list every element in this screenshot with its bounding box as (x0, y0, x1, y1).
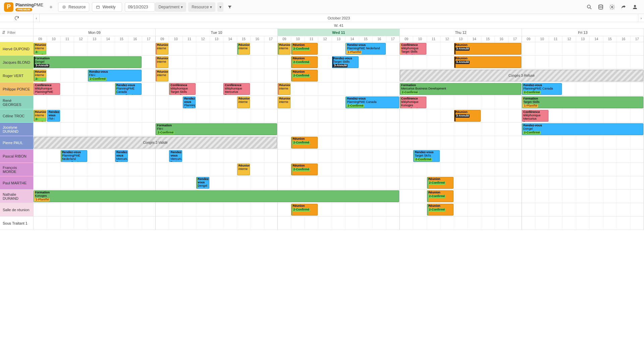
add-button[interactable] (47, 2, 55, 12)
event-block[interactable]: Rendez-vousFM-i2-Confirmé (88, 70, 142, 81)
event-block[interactable]: Réunion2-Confirmé (291, 164, 318, 175)
resource-label[interactable]: René GEORGES (0, 96, 34, 109)
event-block[interactable]: Réunion2-Confirmé (291, 204, 318, 216)
event-block[interactable]: Rendez-vousFM-i (47, 110, 60, 122)
hour-header: 14 (101, 36, 115, 42)
event-layer: Congés 2-ValidéRéunion2-Confirmé (34, 136, 644, 149)
event-block[interactable]: Réunioninterne (156, 70, 168, 81)
resource-label[interactable]: Salle de réunion (0, 203, 34, 216)
chevron-left-icon: ‹ (36, 16, 37, 20)
resource-label[interactable]: Hervé DUPOND (0, 42, 34, 55)
event-block[interactable]: Réunioninterne (237, 164, 250, 175)
event-block[interactable]: Conférencetéléphonique Mercurius Busines… (522, 110, 548, 122)
event-block[interactable]: Rendez-vousPlanningPME Canada2-Confirmé (522, 83, 562, 95)
event-block[interactable]: Réunion2-Confirmé (291, 70, 318, 81)
event-block[interactable]: Rendez-vousTarget Skills2-Confirmé (413, 150, 440, 162)
prev-period-button[interactable]: ‹ (34, 14, 40, 22)
hour-header: 12 (440, 36, 454, 42)
hour-header: 09 (522, 36, 535, 42)
search-button[interactable] (584, 2, 594, 12)
resource-label[interactable]: Philippe PONCE (0, 82, 34, 96)
resource-label[interactable]: Céline TROC (0, 109, 34, 122)
resource-row: Philippe PONCEConférencetéléphonique Pla… (0, 82, 644, 96)
event-block[interactable]: Réunioninterne (156, 43, 168, 55)
event-block[interactable]: FormationDengel3-Annulé (34, 56, 142, 68)
resource-filter-chip[interactable]: Resource ▾ (188, 2, 215, 12)
resource-filter-label: Resource (192, 5, 209, 9)
event-block[interactable]: Réunion3-Annulé (454, 56, 521, 68)
event-block[interactable]: Conférencetéléphonique Konoges2-Confirmé (400, 97, 426, 108)
resource-label[interactable]: Pascal RIBON (0, 149, 34, 163)
date-input[interactable] (125, 2, 155, 12)
sort-icon[interactable]: ⇵ (2, 30, 5, 35)
event-block[interactable]: Réunioninterne (237, 43, 250, 55)
view-dropdown-label: Weekly (102, 5, 115, 9)
resource-filter-input[interactable] (7, 31, 24, 35)
hour-header: 12 (562, 36, 576, 42)
resource-label[interactable]: Sous Traitant 1 (0, 217, 34, 230)
event-block[interactable]: Conférencetéléphonique PlanningPME Canad… (34, 83, 60, 95)
event-block[interactable]: Réunioninterne (278, 97, 290, 108)
resource-filter-more[interactable]: ▾ (217, 2, 223, 12)
event-layer: FormationFM-i2-ConfirméRendez-vousDengel… (34, 123, 644, 136)
event-block[interactable]: Rendez-vousPlanningPME Canada2-Confirmé (345, 97, 399, 108)
refresh-button[interactable] (0, 14, 34, 22)
event-block[interactable]: Conférencetéléphonique Target Skills1-Pl… (400, 43, 426, 55)
event-block[interactable]: Réunion2-Confirmé (291, 56, 318, 68)
event-block[interactable]: FormationKonoges1-Planifié (34, 190, 399, 202)
logo-brand-bold: Planning (15, 2, 34, 7)
settings-button[interactable] (607, 2, 617, 12)
event-block[interactable]: Rendez-vousMercurius Business (115, 150, 128, 162)
next-period-button[interactable]: › (638, 14, 644, 22)
resource-label[interactable]: François MORDE (0, 163, 34, 176)
resource-label[interactable]: Jocelyne DURAND (0, 123, 34, 136)
resource-label[interactable]: Nathalie DURAND (0, 190, 34, 203)
event-block[interactable]: FormationTarget Skills1-Planifié (522, 97, 643, 108)
event-block[interactable]: Rendez-vousPlanningPME Nederland2-Confir… (61, 150, 87, 162)
hour-header: 10 (413, 36, 427, 42)
event-block[interactable]: Réunion2-Confirmé (291, 43, 318, 55)
event-block[interactable]: Réunion2-Confirmé (427, 190, 453, 202)
event-block[interactable]: Réunion2-Confirmé (427, 177, 453, 189)
event-block[interactable]: Rendez-vousPlanning Canada (183, 97, 196, 108)
event-block[interactable]: Réunioninterne2-Confirmé (34, 43, 46, 55)
user-button[interactable] (630, 2, 640, 12)
event-block[interactable]: Rendez-vousDengel2-Confirmé (196, 177, 209, 189)
event-block[interactable]: Réunioninterne (156, 56, 168, 68)
event-block[interactable]: Conférencetéléphonique Mercurius Busines… (223, 83, 250, 95)
event-block[interactable]: Rendez-vousPlanningPME Nederland1-Planif… (345, 43, 385, 55)
resource-dropdown-label: Resource (68, 5, 86, 9)
svg-point-4 (599, 5, 603, 6)
event-block[interactable]: Rendez-vousTarget Skills3-Annulé (332, 56, 359, 68)
resource-dropdown[interactable]: Resource (58, 2, 89, 12)
leave-block[interactable]: Congés 2-Validé (34, 137, 277, 148)
resource-label[interactable]: Jacques BLOND (0, 56, 34, 69)
event-block[interactable]: Réunion2-Confirmé (427, 204, 453, 216)
resource-label[interactable]: Paul MARTHE (0, 176, 34, 189)
event-block[interactable]: FormationMercurius Business Development2… (400, 83, 521, 95)
event-block[interactable]: Réunioninterne (278, 83, 290, 95)
event-block[interactable]: Réunion3-Annulé (454, 110, 481, 122)
month-label: October 2023 (40, 14, 638, 22)
event-block[interactable]: Rendez-vousPlanningPME Canada2-Confirmé (115, 83, 142, 95)
event-block[interactable]: Rendez-vousMercurius Business (169, 150, 182, 162)
hour-header: 13 (454, 36, 468, 42)
resource-label[interactable]: Pierre PAUL (0, 136, 34, 149)
department-filter-chip[interactable]: Department ▾ (155, 2, 186, 12)
event-block[interactable]: Conférencetéléphonique Target Skills2-Co… (169, 83, 196, 95)
view-dropdown[interactable]: Weekly (92, 2, 122, 12)
event-block[interactable]: FormationFM-i2-Confirmé (156, 123, 277, 135)
leave-block[interactable]: Congés 3-Refusé (400, 70, 643, 81)
event-block[interactable]: Réunioninterne2-Confirmé (34, 70, 46, 81)
hour-header: 17 (508, 36, 522, 42)
filter-funnel-button[interactable] (225, 2, 234, 12)
event-block[interactable]: Réunioninterne (278, 43, 290, 55)
resource-label[interactable]: Roger VERT (0, 69, 34, 82)
event-block[interactable]: Réunioninterne2-Confirmé (34, 110, 46, 122)
event-block[interactable]: Réunion3-Annulé (454, 43, 521, 55)
share-button[interactable] (619, 2, 629, 12)
event-block[interactable]: Réunion2-Confirmé (291, 137, 318, 148)
data-button[interactable] (596, 2, 606, 12)
event-block[interactable]: Rendez-vousDengel2-Confirmé (522, 123, 643, 135)
event-block[interactable]: Réunioninterne (237, 97, 250, 108)
